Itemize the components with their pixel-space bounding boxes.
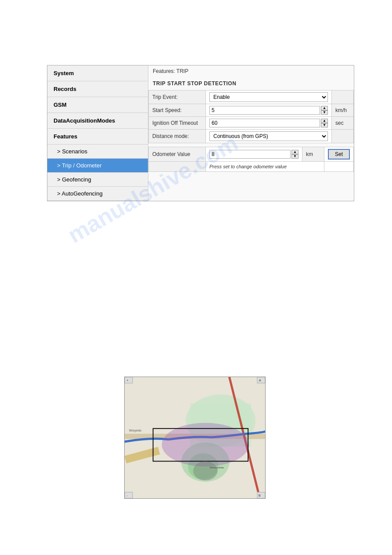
odometer-hint-set-cell bbox=[324, 162, 353, 172]
odometer-hint: Press set to change odometer value bbox=[209, 164, 287, 169]
odometer-empty-label bbox=[149, 162, 206, 172]
start-speed-label: Start Speed: bbox=[149, 104, 206, 117]
sidebar-item-trip-odometer[interactable]: > Trip / Odometer bbox=[47, 159, 148, 173]
ignition-timeout-cell: ▲ ▼ bbox=[206, 117, 332, 130]
page-container: manualshive.com System Records GSM DataA… bbox=[0, 0, 392, 555]
start-speed-down[interactable]: ▼ bbox=[321, 110, 328, 115]
map-container: Wrzysnis Westernkids + A - B bbox=[124, 377, 266, 499]
sidebar-item-gsm[interactable]: GSM bbox=[47, 97, 148, 113]
start-speed-input[interactable] bbox=[209, 106, 320, 115]
table-row: Start Speed: ▲ ▼ km/h bbox=[149, 104, 354, 117]
start-speed-unit: km/h bbox=[332, 104, 354, 117]
map-inner: Wrzysnis Westernkids + A - B bbox=[125, 377, 265, 498]
ignition-timeout-down[interactable]: ▼ bbox=[321, 123, 328, 127]
set-button-cell: Set bbox=[324, 147, 353, 162]
odometer-label: Odometer Value bbox=[149, 147, 206, 162]
sidebar-item-geofencing[interactable]: > Geofencing bbox=[47, 173, 148, 187]
ignition-timeout-up[interactable]: ▲ bbox=[321, 119, 328, 123]
trip-event-select[interactable]: Enable Disable bbox=[209, 92, 328, 102]
odometer-input[interactable] bbox=[209, 150, 291, 159]
trip-event-unit bbox=[332, 91, 354, 104]
trip-form-table: Trip Event: Enable Disable bbox=[148, 90, 354, 143]
table-row: Press set to change odometer value bbox=[149, 162, 354, 172]
start-speed-up[interactable]: ▲ bbox=[321, 106, 328, 110]
ignition-timeout-input[interactable] bbox=[209, 119, 320, 127]
start-speed-spinner: ▲ ▼ bbox=[321, 106, 328, 115]
svg-rect-13 bbox=[125, 377, 133, 383]
svg-point-8 bbox=[162, 423, 249, 466]
svg-text:B: B bbox=[259, 494, 261, 497]
distance-mode-cell: Continuous (from GPS) Odometer GPS bbox=[206, 130, 332, 143]
table-row: Trip Event: Enable Disable bbox=[149, 91, 354, 104]
ignition-timeout-unit: sec bbox=[332, 117, 354, 130]
ignition-timeout-label: Ignition Off Timeout bbox=[149, 117, 206, 130]
start-speed-cell: ▲ ▼ bbox=[206, 104, 332, 117]
sidebar-item-system[interactable]: System bbox=[47, 65, 148, 81]
odometer-spinner: ▲ ▼ bbox=[291, 150, 298, 159]
odometer-table: Odometer Value ▲ ▼ km bbox=[148, 147, 354, 172]
sidebar-item-data-acquisition[interactable]: DataAcquisitionModes bbox=[47, 113, 148, 129]
distance-mode-label: Distance mode: bbox=[149, 130, 206, 143]
svg-point-10 bbox=[193, 461, 218, 481]
svg-text:-: - bbox=[126, 494, 127, 497]
trip-event-cell: Enable Disable bbox=[206, 91, 332, 104]
main-panel: System Records GSM DataAcquisitionModes … bbox=[47, 65, 354, 201]
svg-rect-17 bbox=[125, 492, 133, 498]
section-header: TRIP START STOP DETECTION bbox=[148, 77, 354, 90]
set-button[interactable]: Set bbox=[328, 149, 350, 160]
distance-mode-unit bbox=[332, 130, 354, 143]
svg-text:Westernkids: Westernkids bbox=[210, 466, 224, 469]
svg-rect-15 bbox=[257, 377, 265, 383]
odometer-up[interactable]: ▲ bbox=[291, 150, 298, 154]
svg-text:Wrzysnis: Wrzysnis bbox=[129, 429, 142, 432]
distance-mode-select[interactable]: Continuous (from GPS) Odometer GPS bbox=[209, 131, 328, 141]
svg-text:A: A bbox=[259, 379, 261, 382]
table-row: Distance mode: Continuous (from GPS) Odo… bbox=[149, 130, 354, 143]
sidebar: System Records GSM DataAcquisitionModes … bbox=[47, 65, 148, 201]
map-svg: Wrzysnis Westernkids + A - B bbox=[125, 377, 265, 498]
odometer-hint-cell: Press set to change odometer value bbox=[206, 162, 324, 172]
sidebar-item-autogeofencing[interactable]: > AutoGeofencing bbox=[47, 187, 148, 201]
features-title: Features: TRIP bbox=[148, 65, 354, 77]
odometer-unit: km bbox=[302, 147, 324, 162]
ignition-timeout-spinner: ▲ ▼ bbox=[321, 119, 328, 127]
table-row: Ignition Off Timeout ▲ ▼ sec bbox=[149, 117, 354, 130]
odometer-section: Odometer Value ▲ ▼ km bbox=[148, 147, 354, 172]
odometer-input-cell: ▲ ▼ bbox=[206, 147, 302, 162]
sidebar-item-scenarios[interactable]: > Scenarios bbox=[47, 145, 148, 159]
svg-text:+: + bbox=[126, 379, 128, 382]
sidebar-item-records[interactable]: Records bbox=[47, 81, 148, 97]
trip-event-label: Trip Event: bbox=[149, 91, 206, 104]
sidebar-item-features[interactable]: Features bbox=[47, 129, 148, 145]
odometer-down[interactable]: ▼ bbox=[291, 154, 298, 159]
table-row: Odometer Value ▲ ▼ km bbox=[149, 147, 354, 162]
content-area: Features: TRIP TRIP START STOP DETECTION… bbox=[148, 65, 354, 201]
